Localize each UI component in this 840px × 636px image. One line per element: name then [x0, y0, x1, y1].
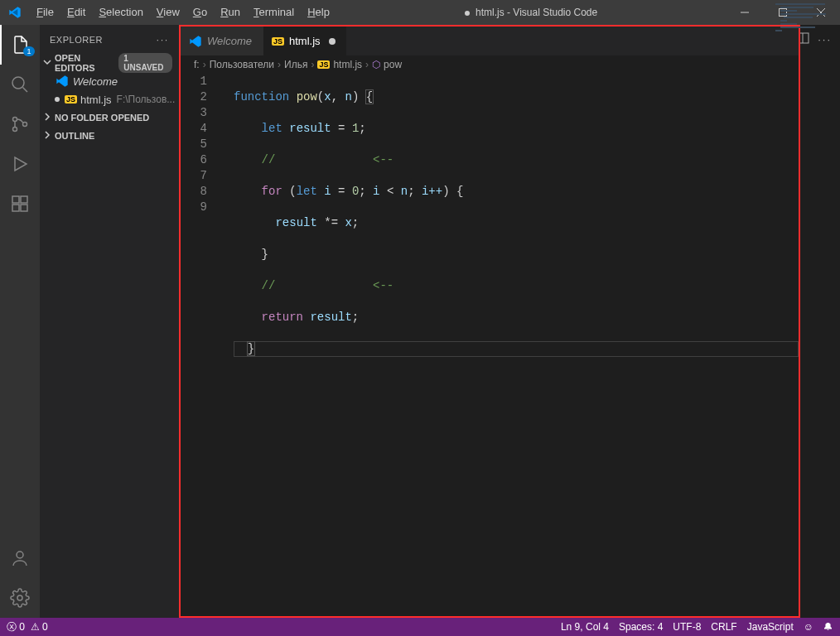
- activity-accounts[interactable]: [0, 538, 40, 578]
- section-open-editors-label: OPEN EDITORS: [55, 53, 118, 73]
- section-open-editors[interactable]: OPEN EDITORS 1 UNSAVED: [40, 54, 179, 72]
- status-language[interactable]: JavaScript: [747, 621, 794, 633]
- svg-point-9: [17, 552, 23, 558]
- js-icon: JS: [65, 95, 77, 104]
- activity-search[interactable]: [0, 65, 40, 104]
- status-bar: ⓧ 0 ⚠ 0 Ln 9, Col 4 Spaces: 4 UTF-8 CRLF…: [0, 618, 840, 636]
- vscode-icon: [55, 75, 70, 88]
- dirty-indicator-icon: [55, 97, 60, 102]
- breadcrumb[interactable]: f: › Пользователи › Илья › JS html.js › …: [181, 55, 799, 74]
- section-no-folder[interactable]: NO FOLDER OPENED: [40, 108, 179, 127]
- error-icon: ⓧ: [7, 621, 17, 633]
- bell-icon[interactable]: 🔔︎: [823, 621, 833, 633]
- status-lncol[interactable]: Ln 9, Col 4: [561, 621, 609, 633]
- vscode-icon: [189, 35, 202, 48]
- unsaved-badge: 1 UNSAVED: [118, 53, 172, 73]
- breadcrumb-drive[interactable]: f:: [194, 59, 200, 70]
- breadcrumb-file[interactable]: html.js: [333, 59, 362, 70]
- tab-htmljs[interactable]: JS html.js: [263, 26, 346, 55]
- line-numbers: 123456789: [181, 74, 220, 616]
- vscode-icon: [8, 6, 22, 19]
- feedback-icon[interactable]: ☺: [804, 621, 813, 633]
- sidebar-title-label: EXPLORER: [50, 35, 103, 45]
- chevron-right-icon: ›: [365, 59, 369, 70]
- symbol-icon: ⬡: [372, 59, 380, 70]
- chevron-right-icon: [43, 113, 51, 123]
- svg-point-2: [13, 118, 17, 122]
- svg-point-4: [23, 123, 27, 127]
- menu-bar: FFileile EditEdit SelectionSelection Vie…: [30, 0, 336, 25]
- svg-rect-7: [12, 205, 19, 211]
- open-editor-htmljs[interactable]: JS html.js F:\Пользов...: [40, 90, 179, 108]
- editor-actions-rail: ···: [800, 25, 840, 618]
- js-icon: JS: [317, 60, 330, 69]
- menu-terminal[interactable]: TerminalTerminal: [247, 0, 301, 25]
- dirty-indicator-icon: [329, 38, 336, 45]
- menu-view[interactable]: ViewView: [150, 0, 186, 25]
- activity-bar: 1: [0, 25, 40, 618]
- chevron-right-icon: ›: [278, 59, 281, 70]
- svg-point-3: [13, 128, 17, 132]
- svg-point-1: [12, 77, 24, 89]
- activity-badge: 1: [23, 46, 34, 56]
- section-no-folder-label: NO FOLDER OPENED: [55, 113, 149, 123]
- sidebar-title: EXPLORER ···: [40, 25, 179, 54]
- activity-settings[interactable]: [0, 578, 40, 618]
- breadcrumb-folder[interactable]: Пользователи: [210, 59, 274, 70]
- minimize-button[interactable]: [726, 0, 764, 25]
- titlebar: FFileile EditEdit SelectionSelection Vie…: [0, 0, 840, 25]
- window-title: html.js - Visual Studio Code: [336, 7, 726, 18]
- menu-go[interactable]: GoGo: [186, 0, 214, 25]
- breadcrumb-symbol[interactable]: pow: [384, 59, 402, 70]
- more-icon[interactable]: ···: [157, 35, 169, 45]
- tab-welcome[interactable]: Welcome: [181, 26, 263, 55]
- tabs-row: Welcome JS html.js: [181, 26, 799, 55]
- open-editor-welcome[interactable]: Welcome: [40, 72, 179, 90]
- tab-label: Welcome: [207, 35, 252, 47]
- chevron-right-icon: [43, 131, 51, 141]
- tab-label: html.js: [289, 35, 321, 47]
- js-icon: JS: [272, 37, 284, 46]
- menu-file[interactable]: FFileile: [30, 0, 60, 25]
- editor-group: Welcome JS html.js f: › Пользователи › И…: [179, 25, 800, 618]
- chevron-down-icon: [43, 58, 51, 68]
- open-editor-path: F:\Пользов...: [117, 94, 176, 105]
- svg-point-10: [17, 595, 22, 600]
- menu-edit[interactable]: EditEdit: [60, 0, 92, 25]
- section-outline-label: OUTLINE: [55, 131, 94, 141]
- activity-explorer[interactable]: 1: [0, 25, 40, 65]
- chevron-right-icon: ›: [311, 59, 314, 70]
- activity-run-debug[interactable]: [0, 144, 40, 184]
- svg-rect-8: [21, 205, 27, 211]
- svg-rect-5: [12, 196, 19, 203]
- breadcrumb-folder[interactable]: Илья: [284, 59, 307, 70]
- sidebar-explorer: EXPLORER ··· OPEN EDITORS 1 UNSAVED Welc…: [40, 25, 179, 618]
- status-eol[interactable]: CRLF: [711, 621, 736, 633]
- window-title-label: html.js - Visual Studio Code: [476, 7, 597, 18]
- menu-selection[interactable]: SelectionSelection: [92, 0, 149, 25]
- status-encoding[interactable]: UTF-8: [673, 621, 701, 633]
- menu-run[interactable]: RunRun: [214, 0, 247, 25]
- activity-source-control[interactable]: [0, 104, 40, 144]
- activity-extensions[interactable]: [0, 184, 40, 224]
- code-content[interactable]: function pow(x, n) { let result = 1; // …: [220, 74, 799, 616]
- menu-help[interactable]: HelpHelp: [301, 0, 336, 25]
- open-editor-label: Welcome: [73, 75, 118, 88]
- minimap[interactable]: [774, 0, 832, 50]
- open-editor-label: html.js: [80, 94, 112, 106]
- warning-icon: ⚠: [31, 621, 40, 633]
- section-outline[interactable]: OUTLINE: [40, 127, 179, 145]
- status-problems[interactable]: ⓧ 0 ⚠ 0: [7, 620, 48, 634]
- svg-rect-6: [21, 196, 27, 203]
- code-editor[interactable]: 123456789 function pow(x, n) { let resul…: [181, 74, 799, 616]
- dirty-indicator-icon: [465, 11, 470, 16]
- status-spaces[interactable]: Spaces: 4: [619, 621, 663, 633]
- chevron-right-icon: ›: [203, 59, 206, 70]
